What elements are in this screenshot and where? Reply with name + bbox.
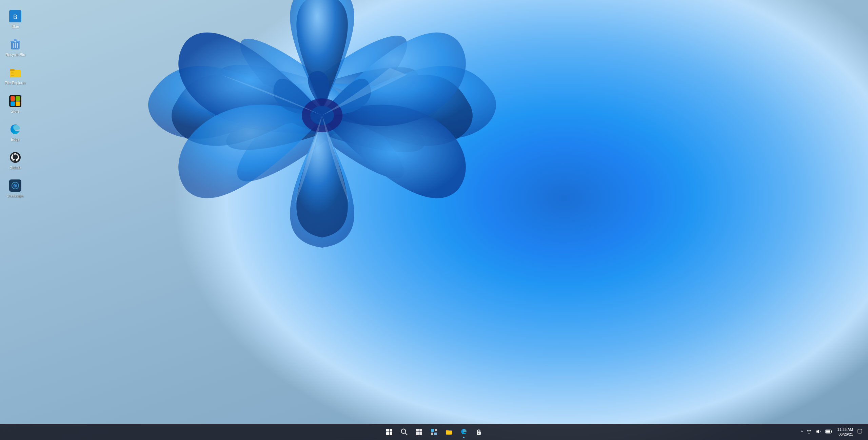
tray-chevron[interactable]: ^ <box>801 430 803 434</box>
svg-rect-23 <box>11 101 15 106</box>
start-button[interactable] <box>382 425 396 439</box>
desktop-icon-explorer-label: File Explorer <box>5 81 26 85</box>
desktop-icon-recycle-label: Recycle Bin <box>5 53 25 57</box>
store-icon <box>8 94 22 108</box>
svg-rect-11 <box>14 39 17 41</box>
taskbar-center-icons <box>382 425 486 439</box>
unescape-icon <box>8 179 22 192</box>
svg-rect-32 <box>419 429 422 431</box>
svg-line-30 <box>405 433 407 435</box>
svg-point-42 <box>478 433 479 434</box>
desktop-icon-unescape[interactable]: Unescape <box>2 176 29 201</box>
svg-rect-18 <box>11 74 16 74</box>
edge-taskbar[interactable] <box>457 425 471 439</box>
battery-indicator-icon <box>825 429 832 434</box>
svg-rect-19 <box>11 75 14 76</box>
svg-rect-46 <box>826 430 830 433</box>
svg-rect-35 <box>431 429 434 432</box>
svg-rect-22 <box>16 96 20 101</box>
desktop-icon-store-label: Store <box>11 109 20 114</box>
svg-rect-38 <box>434 433 437 435</box>
task-view-icon <box>415 428 423 436</box>
network-wifi-icon <box>806 429 812 434</box>
svg-rect-47 <box>858 429 862 433</box>
svg-marker-43 <box>816 429 819 434</box>
edge-icon <box>8 122 22 136</box>
svg-rect-34 <box>419 432 422 435</box>
file-explorer-icon <box>8 66 22 79</box>
svg-rect-45 <box>831 431 832 433</box>
edge-taskbar-icon <box>460 428 468 436</box>
svg-rect-37 <box>431 433 433 435</box>
volume-speaker-icon <box>816 429 821 434</box>
task-view-button[interactable] <box>412 425 426 439</box>
network-icon[interactable] <box>806 428 812 436</box>
blue-icon: B <box>8 9 22 23</box>
volume-icon[interactable] <box>815 428 822 436</box>
desktop-icon-blue[interactable]: B Blue <box>2 7 29 32</box>
desktop-icon-file-explorer[interactable]: File Explorer <box>2 63 29 88</box>
svg-text:B: B <box>13 14 17 20</box>
clock-date: 06/26/21 <box>839 432 853 437</box>
taskbar-clock[interactable]: 11:25 AM 06/26/21 <box>837 427 853 437</box>
notification-icon[interactable] <box>857 428 863 435</box>
search-icon <box>400 428 408 436</box>
notification-bell-icon <box>857 428 863 434</box>
svg-rect-33 <box>416 432 419 435</box>
security-icon <box>475 428 482 436</box>
desktop-icon-edge-label: Edge <box>11 137 20 142</box>
desktop-icon-edge[interactable]: Edge <box>2 120 29 145</box>
desktop-icon-store[interactable]: Store <box>2 92 29 116</box>
search-button[interactable] <box>397 425 411 439</box>
svg-rect-17 <box>11 72 14 73</box>
svg-rect-36 <box>435 429 437 431</box>
windows-logo-icon <box>386 429 392 435</box>
folder-taskbar-icon <box>445 428 453 436</box>
taskbar: ^ 11:25 AM 06/2 <box>0 424 868 440</box>
desktop-icons-container: B Blue Recycle Bin <box>0 7 31 204</box>
desktop-icon-unescape-label: Unescape <box>7 194 24 198</box>
svg-rect-16 <box>10 69 15 71</box>
widgets-icon <box>430 428 438 436</box>
clock-time: 11:25 AM <box>837 427 853 432</box>
desktop-icon-github[interactable]: Github <box>2 148 29 173</box>
svg-rect-21 <box>11 96 15 101</box>
wallpaper-background <box>0 0 868 440</box>
svg-rect-24 <box>16 101 20 106</box>
desktop-icon-recycle-bin[interactable]: Recycle Bin <box>2 35 29 60</box>
desktop-icon-github-label: Github <box>10 166 21 170</box>
desktop-icon-blue-label: Blue <box>12 24 19 29</box>
battery-icon[interactable] <box>825 428 833 436</box>
file-explorer-taskbar[interactable] <box>442 425 456 439</box>
recycle-bin-icon <box>8 38 22 51</box>
security-taskbar[interactable] <box>472 425 486 439</box>
taskbar-system-tray: ^ 11:25 AM 06/2 <box>801 427 863 437</box>
github-icon <box>8 151 22 164</box>
svg-rect-31 <box>416 429 419 431</box>
widgets-button[interactable] <box>427 425 441 439</box>
svg-rect-40 <box>446 430 449 431</box>
